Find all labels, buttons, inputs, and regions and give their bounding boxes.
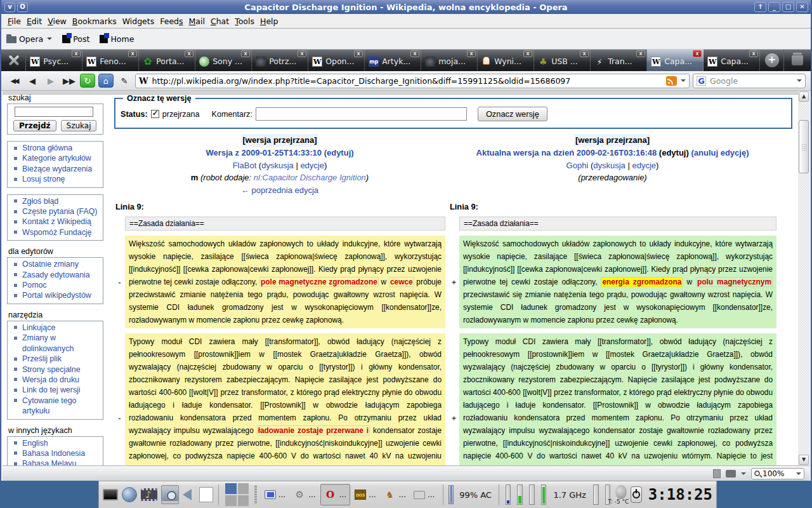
- desktop-pager[interactable]: [225, 483, 249, 506]
- compose-button[interactable]: ✎: [117, 74, 132, 88]
- rewind-button[interactable]: ◀◀: [6, 74, 22, 88]
- scroll-thumb[interactable]: [799, 120, 809, 173]
- scroll-up-button[interactable]: ▲: [799, 91, 809, 102]
- tab-close-icon[interactable]: x: [580, 50, 589, 57]
- tab-close-icon[interactable]: x: [410, 50, 419, 57]
- tab-close-icon[interactable]: x: [354, 50, 363, 57]
- tab-close-icon[interactable]: x: [298, 50, 306, 57]
- sidebar-link[interactable]: Kategorie artykułów: [10, 153, 100, 163]
- zoom-control[interactable]: 100%: [751, 468, 804, 479]
- tab-5[interactable]: Potrz...x: [252, 50, 308, 71]
- reload-button[interactable]: ↻: [80, 74, 95, 88]
- tab-7[interactable]: mpArtyk...x: [365, 50, 421, 71]
- browser-launcher[interactable]: [122, 485, 137, 504]
- pager-desktop-2[interactable]: [238, 483, 249, 494]
- sidebar-link[interactable]: Ostatnie zmiany: [10, 259, 100, 269]
- url-dropdown-icon[interactable]: [681, 79, 686, 82]
- battery-gauge[interactable]: [449, 485, 454, 504]
- comment-input[interactable]: [256, 107, 467, 121]
- images-toggle-icon[interactable]: [726, 470, 736, 478]
- sidebar-link[interactable]: Bieżące wydarzenia: [10, 164, 100, 174]
- closed-tabs-trash[interactable]: [783, 50, 811, 71]
- sidebar-link[interactable]: Zgłoś błąd: [10, 196, 100, 206]
- search-field[interactable]: G Google: [693, 74, 806, 88]
- task-squirrel[interactable]: ♞...: [381, 484, 409, 505]
- tab-close-icon[interactable]: x: [185, 50, 193, 57]
- multimedia-launcher[interactable]: [141, 485, 157, 504]
- rss-icon[interactable]: [666, 76, 677, 86]
- audio-launcher[interactable]: [183, 485, 195, 504]
- tab-close-icon[interactable]: x: [749, 50, 758, 57]
- notes-launcher[interactable]: [199, 485, 213, 504]
- close-button[interactable]: ✕: [796, 2, 808, 12]
- menu-feeds[interactable]: Feeds: [160, 17, 183, 26]
- minimize-button[interactable]: _: [768, 2, 780, 12]
- tab-3[interactable]: ✿Porta...x: [139, 50, 195, 71]
- search-dropdown-icon[interactable]: [797, 79, 802, 82]
- sidebar-link[interactable]: Strony specjalne: [10, 364, 100, 375]
- sidebar-link[interactable]: Zasady edytowania: [10, 270, 100, 280]
- sidebar-link[interactable]: Częste pytania (FAQ): [10, 206, 100, 217]
- back-button[interactable]: ◀: [25, 74, 40, 88]
- task-computer[interactable]: ...: [261, 484, 289, 505]
- images-dropdown-icon[interactable]: [741, 472, 746, 475]
- status-checkbox[interactable]: [151, 110, 159, 118]
- menu-file[interactable]: File: [8, 17, 21, 26]
- tab-9[interactable]: Wyni...x: [478, 50, 534, 71]
- sidebar-link[interactable]: Pomoc: [10, 280, 100, 290]
- menu-bookmarks[interactable]: Bookmarks: [72, 17, 117, 26]
- menu-view[interactable]: View: [48, 17, 67, 26]
- tab-close-icon[interactable]: x: [693, 50, 702, 57]
- pager-desktop-3[interactable]: [225, 495, 237, 506]
- shade-button[interactable]: ↑: [754, 2, 766, 12]
- sidebar-link[interactable]: Link do tej wersji: [10, 385, 100, 395]
- tab-close-icon[interactable]: x: [72, 50, 81, 57]
- tab-8[interactable]: moja...x: [421, 50, 478, 71]
- sidebar-link[interactable]: Zmiany w dolinkowanych: [10, 333, 100, 354]
- tab-close-icon[interactable]: x: [128, 50, 137, 57]
- menu-help[interactable]: Help: [260, 17, 278, 26]
- titlebar[interactable]: v O Capacitor Discharge Ignition - Wikip…: [1, 0, 811, 14]
- fit-width-icon[interactable]: [713, 469, 721, 478]
- power-button[interactable]: [631, 486, 642, 503]
- tab-10[interactable]: ♣USB ...x: [534, 50, 591, 71]
- screenshot-launcher[interactable]: [161, 485, 179, 504]
- sidebar-link[interactable]: English: [10, 438, 100, 448]
- tab-close-icon[interactable]: x: [467, 50, 476, 57]
- forward-button[interactable]: ▶: [43, 74, 58, 88]
- task-dosbox[interactable]: DOS...: [351, 484, 379, 505]
- post-bookmark[interactable]: Post: [62, 34, 89, 44]
- maximize-button[interactable]: □: [782, 2, 794, 12]
- opera-menu-button[interactable]: Opera: [6, 34, 52, 44]
- home-button[interactable]: ⌂: [98, 74, 114, 88]
- fast-forward-button[interactable]: ▶▶: [62, 74, 77, 88]
- tab-close-icon[interactable]: x: [523, 50, 532, 57]
- tab-2[interactable]: WFeno...x: [82, 50, 139, 71]
- home-bookmark[interactable]: Home: [100, 34, 134, 44]
- scroll-down-button[interactable]: ▼: [799, 455, 809, 465]
- go-button[interactable]: Przejdź: [13, 120, 56, 131]
- weather-icon[interactable]: T: -5 °C: [615, 485, 626, 499]
- tab-4[interactable]: Sony ...x: [195, 50, 252, 71]
- menu-edit[interactable]: Edit: [27, 17, 42, 26]
- menu-tools[interactable]: Tools: [235, 17, 254, 26]
- tab-close-icon[interactable]: x: [241, 50, 250, 57]
- pager-desktop-4[interactable]: [238, 495, 249, 506]
- tab-11[interactable]: ⚡Tran...x: [591, 50, 647, 71]
- sidebar-link[interactable]: Kontakt z Wikipedią: [10, 217, 100, 227]
- terminal-launcher[interactable]: [103, 485, 118, 504]
- pager-desktop-1[interactable]: [225, 483, 237, 494]
- wiki-search-input[interactable]: [15, 107, 93, 117]
- tab-6[interactable]: WOpon...x: [308, 50, 365, 71]
- mark-version-button[interactable]: Oznacz wersję: [478, 107, 547, 121]
- menu-mail[interactable]: Mail: [189, 17, 205, 26]
- sidebar-link[interactable]: Linkujące: [10, 323, 100, 333]
- panels-toggle-button[interactable]: [1, 50, 26, 71]
- panel-clock[interactable]: 3:18:25: [648, 486, 712, 504]
- sidebar-link[interactable]: Losuj stronę: [10, 174, 100, 184]
- sidebar-link[interactable]: Wersja do druku: [10, 375, 100, 385]
- menu-chat[interactable]: Chat: [211, 17, 229, 26]
- vertical-scrollbar[interactable]: ▲ ▼: [798, 91, 809, 465]
- tab-13[interactable]: WCapa...x: [704, 50, 760, 71]
- new-tab-button[interactable]: +: [760, 50, 783, 71]
